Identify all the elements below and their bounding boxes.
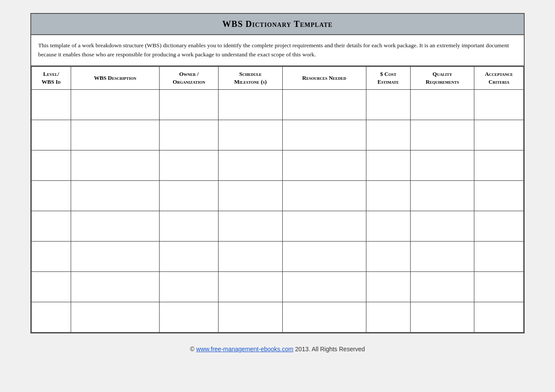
cell-sched-5[interactable] — [219, 211, 283, 242]
cell-sched-2[interactable] — [219, 120, 283, 150]
cell-res-5[interactable] — [282, 211, 366, 242]
col-header-cost: $ CostEstimate — [366, 66, 410, 89]
cell-owner-6[interactable] — [160, 242, 219, 272]
cell-acc-6[interactable] — [474, 242, 524, 272]
cell-cost-7[interactable] — [366, 272, 410, 302]
cell-qual-5[interactable] — [410, 211, 474, 242]
cell-cost-6[interactable] — [366, 242, 410, 272]
cell-acc-8[interactable] — [474, 302, 524, 333]
col-header-owner: Owner /Organization — [160, 66, 219, 89]
cell-sched-6[interactable] — [219, 242, 283, 272]
cell-level-6[interactable] — [32, 242, 71, 272]
cell-res-1[interactable] — [282, 90, 366, 120]
cell-res-7[interactable] — [282, 272, 366, 302]
cell-res-3[interactable] — [282, 150, 366, 181]
cell-owner-3[interactable] — [160, 150, 219, 181]
cell-qual-4[interactable] — [410, 181, 474, 211]
table-row — [32, 272, 524, 302]
cell-level-2[interactable] — [32, 120, 71, 150]
cell-cost-8[interactable] — [366, 302, 410, 333]
col-header-level: Level/WBS Id — [32, 66, 71, 89]
cell-acc-7[interactable] — [474, 272, 524, 302]
cell-level-7[interactable] — [32, 272, 71, 302]
cell-acc-5[interactable] — [474, 211, 524, 242]
cell-res-4[interactable] — [282, 181, 366, 211]
col-header-desc: WBS Description — [71, 66, 159, 89]
cell-owner-4[interactable] — [160, 181, 219, 211]
table-row — [32, 242, 524, 272]
document-title: WBS Dictionary Template — [36, 19, 519, 29]
footer-year-rights: 2013. All Rights Reserved — [295, 346, 365, 353]
cell-res-2[interactable] — [282, 120, 366, 150]
cell-cost-5[interactable] — [366, 211, 410, 242]
table-row — [32, 211, 524, 242]
cell-acc-3[interactable] — [474, 150, 524, 181]
table-row — [32, 120, 524, 150]
cell-cost-1[interactable] — [366, 90, 410, 120]
col-header-acceptance: AcceptanceCriteria — [474, 66, 524, 89]
cell-qual-6[interactable] — [410, 242, 474, 272]
cell-desc-6[interactable] — [71, 242, 159, 272]
cell-sched-4[interactable] — [219, 181, 283, 211]
cell-cost-2[interactable] — [366, 120, 410, 150]
cell-desc-2[interactable] — [71, 120, 159, 150]
table-row — [32, 150, 524, 181]
col-header-quality: QualityRequirements — [410, 66, 474, 89]
cell-acc-4[interactable] — [474, 181, 524, 211]
cell-qual-7[interactable] — [410, 272, 474, 302]
cell-desc-1[interactable] — [71, 90, 159, 120]
cell-cost-4[interactable] — [366, 181, 410, 211]
cell-level-1[interactable] — [32, 90, 71, 120]
footer: © www.free-management-ebooks.com 2013. A… — [190, 346, 365, 353]
cell-desc-8[interactable] — [71, 302, 159, 333]
cell-desc-5[interactable] — [71, 211, 159, 242]
description-section: This template of a work breakdown struct… — [31, 35, 524, 66]
table-row — [32, 181, 524, 211]
col-header-schedule: ScheduleMilestone (s) — [219, 66, 283, 89]
cell-owner-5[interactable] — [160, 211, 219, 242]
cell-res-8[interactable] — [282, 302, 366, 333]
cell-owner-7[interactable] — [160, 272, 219, 302]
cell-desc-4[interactable] — [71, 181, 159, 211]
table-row — [32, 90, 524, 120]
title-wbs: WBS — [222, 19, 243, 29]
cell-owner-2[interactable] — [160, 120, 219, 150]
title-rest: Dictionary Template — [245, 19, 333, 29]
footer-link[interactable]: www.free-management-ebooks.com — [196, 346, 294, 353]
title-bar: WBS Dictionary Template — [31, 14, 524, 35]
cell-sched-7[interactable] — [219, 272, 283, 302]
cell-level-8[interactable] — [32, 302, 71, 333]
document-container: WBS Dictionary Template This template of… — [30, 13, 525, 333]
table-row — [32, 302, 524, 333]
cell-cost-3[interactable] — [366, 150, 410, 181]
cell-sched-1[interactable] — [219, 90, 283, 120]
cell-level-4[interactable] — [32, 181, 71, 211]
cell-sched-3[interactable] — [219, 150, 283, 181]
cell-sched-8[interactable] — [219, 302, 283, 333]
cell-level-5[interactable] — [32, 211, 71, 242]
table-header-row: Level/WBS Id WBS Description Owner /Orga… — [32, 66, 524, 89]
cell-desc-7[interactable] — [71, 272, 159, 302]
cell-desc-3[interactable] — [71, 150, 159, 181]
cell-qual-1[interactable] — [410, 90, 474, 120]
cell-owner-8[interactable] — [160, 302, 219, 333]
cell-acc-2[interactable] — [474, 120, 524, 150]
cell-level-3[interactable] — [32, 150, 71, 181]
footer-copyright: © — [190, 346, 194, 353]
col-header-resources: Resources Needed — [282, 66, 366, 89]
cell-owner-1[interactable] — [160, 90, 219, 120]
cell-qual-8[interactable] — [410, 302, 474, 333]
wbs-table: Level/WBS Id WBS Description Owner /Orga… — [31, 66, 524, 333]
cell-qual-3[interactable] — [410, 150, 474, 181]
description-text: This template of a work breakdown struct… — [38, 41, 517, 59]
cell-res-6[interactable] — [282, 242, 366, 272]
cell-qual-2[interactable] — [410, 120, 474, 150]
cell-acc-1[interactable] — [474, 90, 524, 120]
